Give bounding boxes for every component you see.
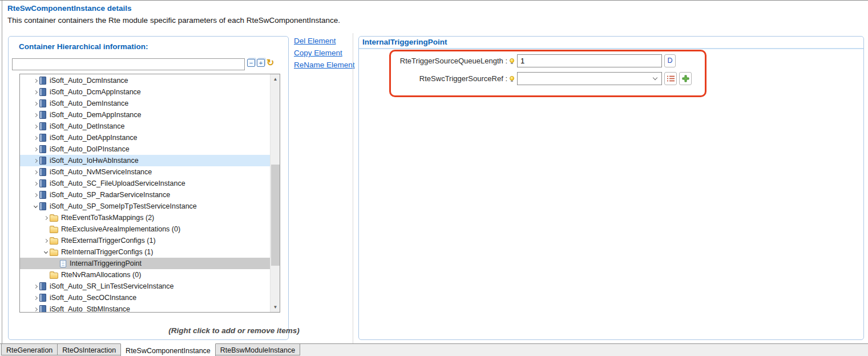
module-icon [39,99,46,107]
tree-item-label: iSoft_Auto_SR_LinTestServiceInstance [50,282,174,290]
refresh-icon[interactable]: ↻ [267,59,274,67]
module-icon [39,202,46,210]
select-reference-button[interactable] [664,72,677,85]
chevron-right-icon[interactable] [31,91,39,94]
tree-item[interactable]: RteExternalTriggerConfigs (1) [20,235,271,246]
module-icon [39,134,46,142]
chevron-right-icon[interactable] [31,182,39,185]
right-click-hint: (Right click to add or remove items) [137,326,331,335]
tree-item[interactable]: RteExclusiveAreaImplementations (0) [20,223,271,235]
tab-rtebswmoduleinstance[interactable]: RteBswModuleInstance [215,344,300,355]
expand-all-icon[interactable]: + [257,59,265,67]
folder-icon [50,215,58,222]
chevron-right-icon[interactable] [31,114,39,117]
module-icon [39,88,46,96]
lightbulb-icon [510,76,514,81]
module-icon [39,294,46,302]
container-hierarchy-title: Container Hierarchical information: [19,42,148,51]
module-icon [39,282,46,290]
tree-item[interactable]: iSoft_Auto_SP_RadarServiceInstance [20,189,271,201]
tree-item[interactable]: iSoft_Auto_DoIPInstance [20,143,271,155]
tree-item[interactable]: RteNvRamAllocations (0) [20,269,271,281]
add-reference-button[interactable] [679,72,692,85]
source-ref-row: RteSwcTriggerSourceRef : [365,71,692,85]
tree-item-label: iSoft_Auto_NvMServiceInstance [50,168,152,176]
tree-item-selected[interactable]: InternalTriggeringPoint [20,258,271,269]
title-underline [359,48,863,49]
folder-icon [50,238,58,245]
tree-item[interactable]: iSoft_Auto_DetAppInstance [20,132,271,143]
container-tree[interactable]: iSoft_Auto_DcmInstance iSoft_Auto_DcmApp… [19,74,280,313]
chevron-right-icon[interactable] [42,217,50,219]
internal-triggering-point-title: InternalTriggeringPoint [362,38,447,46]
page-description: This container containers the Rte module… [7,16,340,25]
tree-item-label: RteExternalTriggerConfigs (1) [61,237,156,245]
tree-item-hovered[interactable]: iSoft_Auto_IoHwAbInstance [20,155,271,166]
lightbulb-icon [510,58,514,63]
collapse-all-icon[interactable]: − [247,59,255,67]
tab-rteswcomponentinstance[interactable]: RteSwComponentInstance [120,343,216,356]
queue-length-input[interactable] [517,54,662,67]
chevron-down-icon[interactable] [31,206,39,207]
tab-rtegeneration[interactable]: RteGeneration [1,344,58,355]
chevron-right-icon[interactable] [31,79,39,82]
tree-item[interactable]: iSoft_Auto_SecOCInstance [20,292,271,303]
module-icon [39,77,46,85]
chevron-right-icon[interactable] [31,297,39,299]
tree-item[interactable]: iSoft_Auto_DetInstance [20,121,271,132]
rename-element-link[interactable]: ReName Element [294,61,355,69]
module-icon [39,111,46,119]
chevron-right-icon[interactable] [31,148,39,151]
scroll-up-icon[interactable]: ▲ [271,74,280,84]
copy-element-link[interactable]: Copy Element [294,49,355,57]
chevron-right-icon[interactable] [31,308,39,311]
tree-scrollbar[interactable]: ▲ ▼ [270,74,280,312]
chevron-right-icon[interactable] [31,194,39,197]
tree-toolbar: − + ↻ [247,59,274,67]
tree-item-label: iSoft_Auto_DcmAppInstance [50,88,141,96]
tree-item-label: iSoft_Auto_SP_RadarServiceInstance [50,191,170,199]
tree-item-label: iSoft_Auto_DemInstance [50,99,128,107]
tree-item-label: iSoft_Auto_DetInstance [50,122,124,130]
chevron-right-icon[interactable] [31,125,39,128]
tree-item-label: iSoft_Auto_DcmInstance [50,77,128,85]
list-icon [667,75,675,82]
tree-item[interactable]: iSoft_Auto_DemInstance [20,98,271,109]
chevron-right-icon[interactable] [42,239,50,242]
del-element-link[interactable]: Del Element [294,37,355,45]
tree-item[interactable]: iSoft_Auto_SC_FileUploadServiceInstance [20,178,271,189]
tab-rteosinteraction[interactable]: RteOsInteraction [57,344,121,355]
folder-icon [50,250,58,256]
tree-item-label: iSoft_Auto_SecOCInstance [50,294,136,302]
tree-item-label: iSoft_Auto_SP_SomeIpTpTestServiceInstanc… [50,202,197,210]
tree-item[interactable]: iSoft_Auto_DemAppInstance [20,109,271,121]
scrollbar-thumb[interactable] [271,165,280,266]
page-title: RteSwComponentInstance details [7,4,132,13]
tree-item-label: RteNvRamAllocations (0) [61,271,141,279]
chevron-right-icon[interactable] [31,171,39,174]
module-icon [39,145,46,153]
tree-item[interactable]: iSoft_Auto_SR_LinTestServiceInstance [20,281,271,292]
tree-item[interactable]: RteEventToTaskMappings (2) [20,212,271,223]
tree-item-label: RteInternalTriggerConfigs (1) [61,248,153,256]
tree-item[interactable]: iSoft_Auto_DcmInstance [20,75,271,86]
chevron-right-icon[interactable] [31,159,39,162]
source-ref-dropdown[interactable] [517,72,662,85]
chevron-right-icon[interactable] [31,285,39,288]
tree-item-label: iSoft_Auto_DetAppInstance [50,134,138,142]
chevron-down-icon[interactable] [42,251,50,253]
scroll-down-icon[interactable]: ▼ [271,302,280,312]
bottom-tab-strip: RteGeneration RteOsInteraction RteSwComp… [0,343,868,356]
document-icon [60,260,66,267]
chevron-right-icon[interactable] [31,102,39,105]
chevron-right-icon[interactable] [31,137,39,139]
tree-item-label: iSoft_Auto_DemAppInstance [50,111,142,119]
tree-item[interactable]: iSoft_Auto_DcmAppInstance [20,86,271,98]
tree-filter-input[interactable] [12,58,245,70]
tree-item-label: iSoft_Auto_SC_FileUploadServiceInstance [50,179,185,187]
tree-item[interactable]: iSoft_Auto_StbMInstance [20,303,271,313]
tree-item-expanded[interactable]: iSoft_Auto_SP_SomeIpTpTestServiceInstanc… [20,201,271,212]
tree-item[interactable]: iSoft_Auto_NvMServiceInstance [20,166,271,178]
tree-item-expanded[interactable]: RteInternalTriggerConfigs (1) [20,246,271,258]
default-value-button[interactable]: D [664,54,676,67]
